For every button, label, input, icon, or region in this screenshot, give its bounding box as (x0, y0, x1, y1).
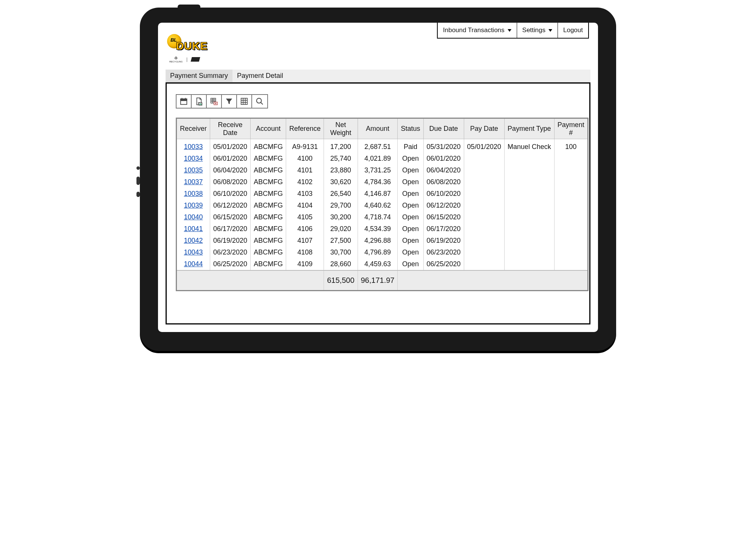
col-receive-date[interactable]: Receive Date (210, 118, 251, 139)
tab-bar: Payment Summary Payment Detail (166, 70, 590, 82)
table-row: 1004006/15/2020ABCMFG410530,2004,718.74O… (177, 211, 588, 223)
cell-net-weight: 26,540 (324, 188, 358, 200)
cell-pay-date (464, 211, 504, 223)
receiver-link[interactable]: 10043 (184, 248, 203, 256)
cell-receive-date: 06/25/2020 (210, 258, 251, 270)
col-receiver[interactable]: Receiver (177, 118, 210, 139)
cell-amount: 4,784.36 (358, 176, 398, 188)
content-panel: Receiver Receive Date Account Reference … (166, 82, 590, 324)
cell-payment-no: 100 (554, 139, 588, 153)
cell-receive-date: 06/08/2020 (210, 176, 251, 188)
cell-net-weight: 28,660 (324, 258, 358, 270)
receiver-link[interactable]: 10038 (184, 190, 203, 197)
receiver-link[interactable]: 10044 (184, 260, 203, 268)
nav-inbound-transactions[interactable]: Inbound Transactions (438, 23, 517, 38)
cell-receiver[interactable]: 10042 (177, 235, 210, 247)
col-pay-date[interactable]: Pay Date (464, 118, 504, 139)
nav-settings[interactable]: Settings (517, 23, 558, 38)
col-amount[interactable]: Amount (358, 118, 398, 139)
filter-button[interactable] (222, 95, 237, 108)
col-reference[interactable]: Reference (286, 118, 324, 139)
receiver-link[interactable]: 10037 (184, 178, 203, 186)
tab-payment-detail[interactable]: Payment Detail (232, 70, 288, 82)
cell-receiver[interactable]: 10044 (177, 258, 210, 270)
table-row: 1003406/01/2020ABCMFG410025,7404,021.89O… (177, 153, 588, 164)
col-due-date[interactable]: Due Date (423, 118, 464, 139)
table-header-row: Receiver Receive Date Account Reference … (177, 118, 588, 139)
logo-bl-text: BL (170, 37, 177, 43)
col-payment-no[interactable]: Payment # (554, 118, 588, 139)
cell-account: ABCMFG (251, 200, 286, 211)
cell-receive-date: 06/17/2020 (210, 223, 251, 235)
cell-account: ABCMFG (251, 176, 286, 188)
table-row: 1003806/10/2020ABCMFG410326,5404,146.87O… (177, 188, 588, 200)
cell-due-date: 06/04/2020 (423, 164, 464, 176)
logo-recycling-text: RECYCLING (169, 61, 183, 63)
cell-receiver[interactable]: 10035 (177, 164, 210, 176)
cell-due-date: 06/01/2020 (423, 153, 464, 164)
cell-amount: 4,718.74 (358, 211, 398, 223)
cell-payment-type (504, 153, 554, 164)
receiver-link[interactable]: 10034 (184, 155, 203, 162)
cell-payment-type (504, 247, 554, 258)
cell-receiver[interactable]: 10033 (177, 139, 210, 153)
search-button[interactable] (252, 95, 267, 108)
cell-net-weight: 27,500 (324, 235, 358, 247)
cell-status: Open (398, 247, 423, 258)
cell-receiver[interactable]: 10037 (177, 176, 210, 188)
cell-payment-type: Manuel Check (504, 139, 554, 153)
cell-due-date: 06/10/2020 (423, 188, 464, 200)
receiver-link[interactable]: 10033 (184, 143, 203, 151)
cell-receiver[interactable]: 10041 (177, 223, 210, 235)
cell-due-date: 06/15/2020 (423, 211, 464, 223)
cell-payment-no (554, 235, 588, 247)
nav-logout[interactable]: Logout (558, 23, 588, 38)
col-status[interactable]: Status (398, 118, 423, 139)
cell-status: Open (398, 200, 423, 211)
cell-receiver[interactable]: 10039 (177, 200, 210, 211)
cell-receiver[interactable]: 10040 (177, 211, 210, 223)
export-document-button[interactable] (192, 95, 207, 108)
receiver-link[interactable]: 10041 (184, 225, 203, 233)
table-row: 1003305/01/2020ABCMFGA9-913117,2002,687.… (177, 139, 588, 153)
cell-net-weight: 30,200 (324, 211, 358, 223)
cell-status: Open (398, 258, 423, 270)
receiver-link[interactable]: 10035 (184, 166, 203, 174)
col-net-weight[interactable]: Net Weight (324, 118, 358, 139)
cell-pay-date (464, 153, 504, 164)
tab-payment-summary[interactable]: Payment Summary (166, 70, 232, 82)
tablet-notch (178, 5, 200, 8)
svg-point-16 (257, 98, 262, 103)
cell-reference: 4106 (286, 223, 324, 235)
cell-amount: 4,640.62 (358, 200, 398, 211)
cell-net-weight: 29,020 (324, 223, 358, 235)
cell-receive-date: 06/04/2020 (210, 164, 251, 176)
col-account[interactable]: Account (251, 118, 286, 139)
grid-button[interactable] (237, 95, 252, 108)
table-row: 1004106/17/2020ABCMFG410629,0204,534.39O… (177, 223, 588, 235)
cell-status: Open (398, 235, 423, 247)
cell-amount: 4,021.89 (358, 153, 398, 164)
total-amount: 96,171.97 (358, 270, 398, 291)
calendar-button[interactable] (177, 95, 192, 108)
cell-due-date: 06/12/2020 (423, 200, 464, 211)
caret-down-icon (548, 29, 552, 32)
cell-receiver[interactable]: 10043 (177, 247, 210, 258)
cell-account: ABCMFG (251, 139, 286, 153)
tablet-frame: Inbound Transactions Settings Logout BL … (140, 8, 616, 351)
cell-reference: 4107 (286, 235, 324, 247)
cell-amount: 4,534.39 (358, 223, 398, 235)
cell-receiver[interactable]: 10038 (177, 188, 210, 200)
receiver-link[interactable]: 10039 (184, 202, 203, 209)
cell-receiver[interactable]: 10034 (177, 153, 210, 164)
cell-payment-type (504, 223, 554, 235)
receiver-link[interactable]: 10040 (184, 213, 203, 221)
cell-payment-no (554, 223, 588, 235)
col-payment-type[interactable]: Payment Type (504, 118, 554, 139)
receiver-link[interactable]: 10042 (184, 237, 203, 244)
cell-payment-type (504, 235, 554, 247)
cell-reference: 4100 (286, 153, 324, 164)
cell-pay-date: 05/01/2020 (464, 139, 504, 153)
cell-reference: 4103 (286, 188, 324, 200)
export-spreadsheet-button[interactable] (207, 95, 222, 108)
